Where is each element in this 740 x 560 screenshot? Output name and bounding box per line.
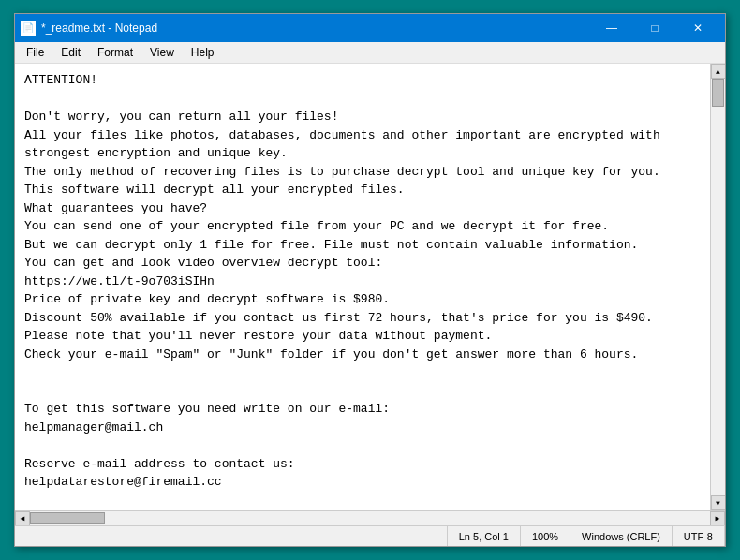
status-spacer <box>15 526 448 546</box>
menu-edit[interactable]: Edit <box>53 44 88 61</box>
encoding: UTF-8 <box>673 526 725 546</box>
scroll-down-button[interactable]: ▼ <box>711 495 726 510</box>
cursor-position: Ln 5, Col 1 <box>448 526 521 546</box>
text-editor[interactable]: ATTENTION! Don't worry, you can return a… <box>15 64 710 510</box>
scroll-right-button[interactable]: ▶ <box>710 511 725 526</box>
app-icon: 📄 <box>21 21 36 36</box>
vertical-scrollbar[interactable]: ▲ ▼ <box>710 64 725 510</box>
scroll-left-button[interactable]: ◀ <box>15 511 30 526</box>
window-controls: — □ ✕ <box>590 14 719 42</box>
scroll-track-horizontal[interactable] <box>30 511 710 525</box>
editor-area: ATTENTION! Don't worry, you can return a… <box>15 64 725 510</box>
maximize-button[interactable]: □ <box>633 14 676 42</box>
menu-view[interactable]: View <box>142 44 182 61</box>
close-button[interactable]: ✕ <box>676 14 719 42</box>
menu-format[interactable]: Format <box>90 44 141 61</box>
editor-wrapper: ATTENTION! Don't worry, you can return a… <box>15 64 725 525</box>
horizontal-scrollbar[interactable]: ◀ ▶ <box>15 510 725 525</box>
minimize-button[interactable]: — <box>590 14 633 42</box>
menu-file[interactable]: File <box>19 44 52 61</box>
title-bar: 📄 *_readme.txt - Notepad — □ ✕ <box>15 14 725 42</box>
scroll-thumb-vertical[interactable] <box>712 79 724 107</box>
notepad-window: 📄 *_readme.txt - Notepad — □ ✕ File Edit… <box>14 13 726 547</box>
zoom-level: 100% <box>521 526 570 546</box>
scroll-up-button[interactable]: ▲ <box>711 64 726 79</box>
menu-help[interactable]: Help <box>184 44 222 61</box>
menu-bar: File Edit Format View Help <box>15 42 725 64</box>
status-bar: Ln 5, Col 1 100% Windows (CRLF) UTF-8 <box>15 525 725 546</box>
window-title: *_readme.txt - Notepad <box>41 22 590 35</box>
line-ending: Windows (CRLF) <box>570 526 673 546</box>
scroll-track-vertical[interactable] <box>711 79 725 495</box>
scroll-thumb-horizontal[interactable] <box>30 512 105 524</box>
